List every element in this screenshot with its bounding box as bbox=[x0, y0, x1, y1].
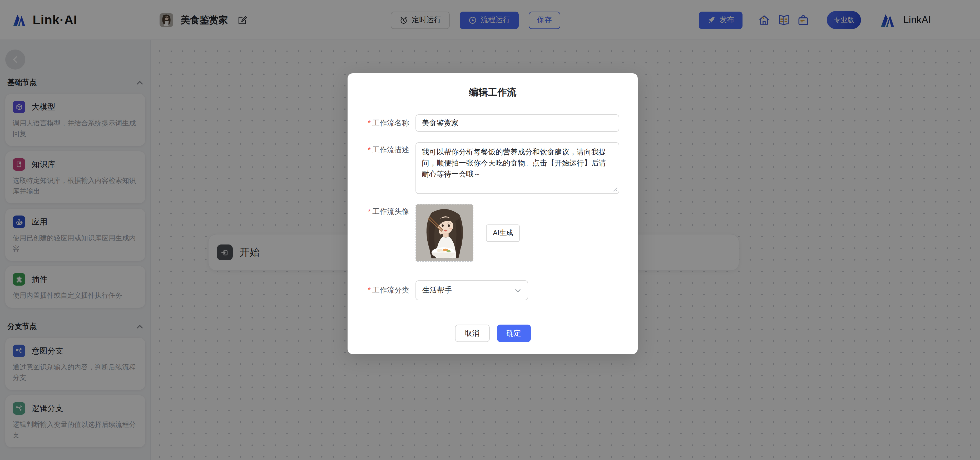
avatar-field-label: *工作流头像 bbox=[348, 204, 415, 262]
modal-footer: 取消 确定 bbox=[348, 324, 638, 342]
confirm-button[interactable]: 确定 bbox=[497, 324, 531, 342]
category-select[interactable]: 生活帮手 bbox=[415, 280, 528, 300]
name-field-label: *工作流名称 bbox=[348, 118, 415, 128]
ai-generate-label: AI生成 bbox=[493, 228, 513, 238]
confirm-label: 确定 bbox=[506, 329, 521, 338]
app-root: Link·AI 美食鉴赏家 bbox=[0, 0, 980, 460]
field-row-description: *工作流描述 我可以帮你分析每餐饭的营养成分和饮食建议，请向我提问，顺便拍一张你… bbox=[348, 142, 638, 194]
required-mark: * bbox=[368, 207, 371, 216]
field-row-name: *工作流名称 bbox=[348, 114, 638, 132]
required-mark: * bbox=[368, 286, 371, 294]
category-field-label: *工作流分类 bbox=[348, 286, 415, 295]
required-mark: * bbox=[368, 118, 371, 127]
workflow-avatar-image[interactable] bbox=[415, 204, 473, 262]
modal-title: 编辑工作流 bbox=[348, 86, 638, 99]
workflow-name-input[interactable] bbox=[415, 114, 619, 132]
cancel-button[interactable]: 取消 bbox=[455, 324, 490, 342]
edit-workflow-modal: 编辑工作流 *工作流名称 *工作流描述 我可以帮你分析每餐饭的营养成分和饮食建议… bbox=[348, 73, 638, 354]
field-row-avatar: *工作流头像 bbox=[348, 204, 638, 262]
workflow-form: *工作流名称 *工作流描述 我可以帮你分析每餐饭的营养成分和饮食建议，请向我提问… bbox=[348, 114, 638, 342]
cancel-label: 取消 bbox=[465, 329, 479, 338]
field-row-category: *工作流分类 生活帮手 bbox=[348, 280, 638, 300]
workflow-description-textarea[interactable]: 我可以帮你分析每餐饭的营养成分和饮食建议，请向我提问，顺便拍一张你今天吃的食物。… bbox=[415, 142, 619, 194]
chevron-down-icon bbox=[514, 287, 521, 294]
ai-generate-button[interactable]: AI生成 bbox=[486, 224, 520, 241]
description-field-label: *工作流描述 bbox=[348, 142, 415, 194]
required-mark: * bbox=[368, 145, 371, 154]
category-selected-value: 生活帮手 bbox=[422, 286, 452, 295]
